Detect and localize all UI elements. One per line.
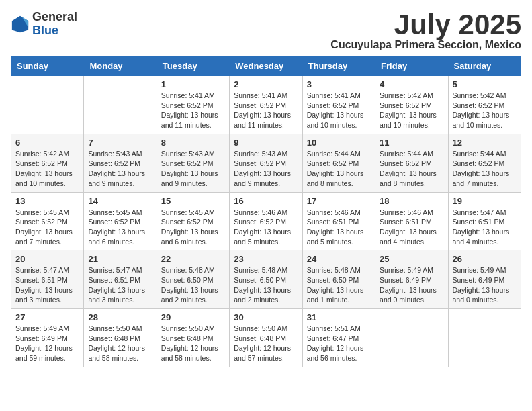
day-detail: Sunrise: 5:43 AM Sunset: 6:52 PM Dayligh… bbox=[88, 149, 152, 189]
calendar-cell: 7Sunrise: 5:43 AM Sunset: 6:52 PM Daylig… bbox=[84, 134, 157, 192]
calendar-cell: 9Sunrise: 5:43 AM Sunset: 6:52 PM Daylig… bbox=[230, 134, 302, 192]
logo-icon bbox=[11, 15, 30, 34]
calendar-cell: 14Sunrise: 5:45 AM Sunset: 6:52 PM Dayli… bbox=[84, 192, 157, 250]
calendar-week-row: 1Sunrise: 5:41 AM Sunset: 6:52 PM Daylig… bbox=[11, 76, 521, 134]
day-number: 22 bbox=[161, 254, 225, 264]
day-detail: Sunrise: 5:49 AM Sunset: 6:49 PM Dayligh… bbox=[453, 265, 517, 305]
day-detail: Sunrise: 5:49 AM Sunset: 6:49 PM Dayligh… bbox=[15, 324, 79, 363]
calendar-cell bbox=[448, 309, 521, 367]
svg-marker-0 bbox=[12, 16, 28, 32]
header-wednesday: Wednesday bbox=[230, 57, 302, 76]
calendar-cell: 18Sunrise: 5:46 AM Sunset: 6:51 PM Dayli… bbox=[375, 192, 448, 250]
day-number: 1 bbox=[161, 79, 225, 89]
day-detail: Sunrise: 5:48 AM Sunset: 6:50 PM Dayligh… bbox=[234, 265, 298, 305]
day-detail: Sunrise: 5:44 AM Sunset: 6:52 PM Dayligh… bbox=[380, 149, 443, 189]
calendar-cell: 23Sunrise: 5:48 AM Sunset: 6:50 PM Dayli… bbox=[230, 250, 302, 309]
day-detail: Sunrise: 5:45 AM Sunset: 6:52 PM Dayligh… bbox=[161, 208, 225, 247]
calendar-cell: 21Sunrise: 5:47 AM Sunset: 6:51 PM Dayli… bbox=[84, 250, 157, 309]
day-detail: Sunrise: 5:50 AM Sunset: 6:48 PM Dayligh… bbox=[88, 324, 152, 363]
calendar-cell: 27Sunrise: 5:49 AM Sunset: 6:49 PM Dayli… bbox=[11, 309, 84, 367]
calendar-cell: 29Sunrise: 5:50 AM Sunset: 6:48 PM Dayli… bbox=[157, 309, 229, 367]
day-number: 8 bbox=[161, 138, 225, 148]
calendar-cell: 1Sunrise: 5:41 AM Sunset: 6:52 PM Daylig… bbox=[157, 76, 229, 134]
day-number: 24 bbox=[307, 254, 371, 264]
header-thursday: Thursday bbox=[302, 57, 375, 76]
header-sunday: Sunday bbox=[11, 57, 84, 76]
day-number: 16 bbox=[234, 196, 298, 206]
day-number: 18 bbox=[380, 196, 443, 206]
day-detail: Sunrise: 5:46 AM Sunset: 6:51 PM Dayligh… bbox=[307, 208, 371, 247]
day-detail: Sunrise: 5:48 AM Sunset: 6:50 PM Dayligh… bbox=[307, 265, 371, 305]
day-number: 23 bbox=[234, 254, 298, 264]
day-number: 2 bbox=[234, 79, 298, 89]
day-number: 4 bbox=[380, 79, 443, 89]
calendar-cell: 19Sunrise: 5:47 AM Sunset: 6:51 PM Dayli… bbox=[448, 192, 521, 250]
calendar-cell: 16Sunrise: 5:46 AM Sunset: 6:52 PM Dayli… bbox=[230, 192, 302, 250]
calendar-cell: 4Sunrise: 5:42 AM Sunset: 6:52 PM Daylig… bbox=[375, 76, 448, 134]
logo-text: General Blue bbox=[32, 11, 77, 38]
calendar-cell: 22Sunrise: 5:48 AM Sunset: 6:50 PM Dayli… bbox=[157, 250, 229, 309]
calendar: SundayMondayTuesdayWednesdayThursdayFrid… bbox=[11, 56, 521, 367]
day-detail: Sunrise: 5:50 AM Sunset: 6:48 PM Dayligh… bbox=[161, 324, 225, 363]
day-number: 3 bbox=[307, 79, 371, 89]
logo-blue: Blue bbox=[32, 24, 77, 38]
day-detail: Sunrise: 5:44 AM Sunset: 6:52 PM Dayligh… bbox=[307, 149, 371, 189]
day-detail: Sunrise: 5:43 AM Sunset: 6:52 PM Dayligh… bbox=[161, 149, 225, 189]
day-number: 13 bbox=[15, 196, 79, 206]
calendar-cell: 31Sunrise: 5:51 AM Sunset: 6:47 PM Dayli… bbox=[302, 309, 375, 367]
day-detail: Sunrise: 5:47 AM Sunset: 6:51 PM Dayligh… bbox=[15, 265, 79, 305]
calendar-cell bbox=[11, 76, 84, 134]
calendar-cell: 3Sunrise: 5:41 AM Sunset: 6:52 PM Daylig… bbox=[302, 76, 375, 134]
day-number: 21 bbox=[88, 254, 152, 264]
calendar-cell: 20Sunrise: 5:47 AM Sunset: 6:51 PM Dayli… bbox=[11, 250, 84, 309]
location-title: Cucuyulapa Primera Seccion, Mexico bbox=[330, 39, 521, 51]
day-number: 28 bbox=[88, 312, 152, 322]
logo: General Blue bbox=[11, 11, 77, 38]
day-detail: Sunrise: 5:49 AM Sunset: 6:49 PM Dayligh… bbox=[380, 265, 443, 305]
day-detail: Sunrise: 5:42 AM Sunset: 6:52 PM Dayligh… bbox=[15, 149, 79, 189]
day-detail: Sunrise: 5:50 AM Sunset: 6:48 PM Dayligh… bbox=[234, 324, 298, 363]
calendar-cell: 17Sunrise: 5:46 AM Sunset: 6:51 PM Dayli… bbox=[302, 192, 375, 250]
day-number: 31 bbox=[307, 312, 371, 322]
day-detail: Sunrise: 5:51 AM Sunset: 6:47 PM Dayligh… bbox=[307, 324, 371, 363]
calendar-week-row: 27Sunrise: 5:49 AM Sunset: 6:49 PM Dayli… bbox=[11, 309, 521, 367]
day-number: 26 bbox=[453, 254, 517, 264]
day-detail: Sunrise: 5:48 AM Sunset: 6:50 PM Dayligh… bbox=[161, 265, 225, 305]
calendar-cell: 26Sunrise: 5:49 AM Sunset: 6:49 PM Dayli… bbox=[448, 250, 521, 309]
calendar-header-row: SundayMondayTuesdayWednesdayThursdayFrid… bbox=[11, 57, 521, 76]
header-saturday: Saturday bbox=[448, 57, 521, 76]
calendar-cell: 11Sunrise: 5:44 AM Sunset: 6:52 PM Dayli… bbox=[375, 134, 448, 192]
day-detail: Sunrise: 5:43 AM Sunset: 6:52 PM Dayligh… bbox=[234, 149, 298, 189]
day-detail: Sunrise: 5:42 AM Sunset: 6:52 PM Dayligh… bbox=[380, 91, 443, 130]
calendar-cell: 15Sunrise: 5:45 AM Sunset: 6:52 PM Dayli… bbox=[157, 192, 229, 250]
day-number: 6 bbox=[15, 138, 79, 148]
day-detail: Sunrise: 5:47 AM Sunset: 6:51 PM Dayligh… bbox=[453, 208, 517, 247]
calendar-cell: 13Sunrise: 5:45 AM Sunset: 6:52 PM Dayli… bbox=[11, 192, 84, 250]
calendar-cell: 24Sunrise: 5:48 AM Sunset: 6:50 PM Dayli… bbox=[302, 250, 375, 309]
day-detail: Sunrise: 5:45 AM Sunset: 6:52 PM Dayligh… bbox=[15, 208, 79, 247]
calendar-cell bbox=[375, 309, 448, 367]
calendar-cell: 28Sunrise: 5:50 AM Sunset: 6:48 PM Dayli… bbox=[84, 309, 157, 367]
calendar-week-row: 13Sunrise: 5:45 AM Sunset: 6:52 PM Dayli… bbox=[11, 192, 521, 250]
day-number: 25 bbox=[380, 254, 443, 264]
day-number: 11 bbox=[380, 138, 443, 148]
header-friday: Friday bbox=[375, 57, 448, 76]
day-number: 17 bbox=[307, 196, 371, 206]
calendar-cell: 2Sunrise: 5:41 AM Sunset: 6:52 PM Daylig… bbox=[230, 76, 302, 134]
day-detail: Sunrise: 5:41 AM Sunset: 6:52 PM Dayligh… bbox=[234, 91, 298, 130]
day-number: 30 bbox=[234, 312, 298, 322]
day-detail: Sunrise: 5:45 AM Sunset: 6:52 PM Dayligh… bbox=[88, 208, 152, 247]
day-detail: Sunrise: 5:46 AM Sunset: 6:51 PM Dayligh… bbox=[380, 208, 443, 247]
day-number: 9 bbox=[234, 138, 298, 148]
day-number: 15 bbox=[161, 196, 225, 206]
day-detail: Sunrise: 5:41 AM Sunset: 6:52 PM Dayligh… bbox=[161, 91, 225, 130]
logo-general: General bbox=[32, 11, 77, 24]
day-number: 10 bbox=[307, 138, 371, 148]
day-detail: Sunrise: 5:47 AM Sunset: 6:51 PM Dayligh… bbox=[88, 265, 152, 305]
calendar-cell: 12Sunrise: 5:44 AM Sunset: 6:52 PM Dayli… bbox=[448, 134, 521, 192]
day-number: 27 bbox=[15, 312, 79, 322]
calendar-cell: 25Sunrise: 5:49 AM Sunset: 6:49 PM Dayli… bbox=[375, 250, 448, 309]
calendar-week-row: 20Sunrise: 5:47 AM Sunset: 6:51 PM Dayli… bbox=[11, 250, 521, 309]
day-number: 7 bbox=[88, 138, 152, 148]
calendar-cell: 8Sunrise: 5:43 AM Sunset: 6:52 PM Daylig… bbox=[157, 134, 229, 192]
